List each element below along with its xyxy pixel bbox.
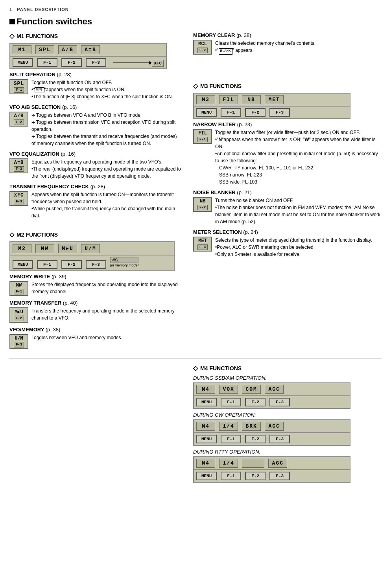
- m4-rtty-btn-f3[interactable]: F-3: [269, 472, 290, 480]
- m4-rtty-display-agc: AGC: [268, 459, 287, 468]
- m4-cw-label: DURING CW OPERATION:: [193, 412, 382, 418]
- memory-transfer-item: MEMORY TRANSFER (p. 40) M▶U F-2 Transfer…: [9, 300, 181, 323]
- m2-section-title: ◇ M2 FUNCTIONS: [9, 231, 181, 238]
- meter-selection-item: METER SELECTION (p. 24) MET F-3 Selects …: [193, 229, 382, 258]
- narrow-filter-title: NARROW FILTER (p. 23): [193, 121, 382, 127]
- m4-ssb-btn-f2[interactable]: F-2: [245, 398, 266, 406]
- nb-icon: NB F-2: [193, 197, 212, 212]
- m4-cw-display-agc: AGC: [265, 422, 284, 431]
- vfo-ab-content: A/B F-2 Toggles between VFO A and VFO B …: [9, 112, 181, 147]
- meter-selection-content: MET F-3 Selects the type of meter displa…: [193, 237, 382, 258]
- vfo-eq-item: VFO EQUALIZATION (p. 16) A=B F-3 Equaliz…: [9, 151, 181, 180]
- m2-btn-f1[interactable]: F-1: [37, 260, 57, 269]
- m1-display-aeqb: A=B: [81, 45, 100, 54]
- tx-freq-check-item: TRANSMIT FREQUENCY CHECK (p. 28) XFC F-3…: [9, 184, 181, 219]
- mw-icon: MW F-1: [9, 281, 28, 296]
- fil-icon: FIL F-1: [193, 129, 212, 144]
- tx-freq-check-content: XFC F-3 Appears when the split function …: [9, 191, 181, 219]
- m4-cw-display-brk: BRK: [242, 422, 261, 431]
- diamond-icon-2: ◇: [9, 231, 14, 238]
- m3-btn-f3[interactable]: F-3: [269, 108, 290, 117]
- m4-cw-btn-f2[interactable]: F-2: [245, 435, 266, 443]
- m2-btn-f2[interactable]: F-2: [61, 260, 82, 269]
- m4-rtty-btn-f1[interactable]: F-1: [221, 472, 241, 480]
- m4-ssb-btn-menu[interactable]: MENU: [196, 398, 217, 406]
- vfo-ab-text: Toggles between VFO A and VFO B in VFO m…: [31, 112, 181, 147]
- m3-btn-f1[interactable]: F-1: [221, 108, 241, 117]
- m4-section-title: ◇ M4 FUNCTIONS: [193, 364, 382, 372]
- section-number: 1: [9, 7, 12, 12]
- narrow-filter-item: NARROW FILTER (p. 23) FIL F-1 Toggles th…: [193, 121, 382, 186]
- blank-badge: BLANK: [219, 48, 232, 55]
- m4-rtty-btn-f2[interactable]: F-2: [245, 472, 266, 480]
- vfo-eq-text: Equalizes the frequency and operating mo…: [31, 158, 181, 180]
- memory-transfer-title: MEMORY TRANSFER (p. 40): [9, 300, 181, 306]
- m4-cw-panel: M4 1/4 BRK AGC MENU: [193, 419, 382, 446]
- narrow-filter-text: Toggles the narrow filter (or wide filte…: [215, 129, 382, 186]
- mu-icon: M▶U F-2: [9, 307, 28, 323]
- m1-panel: M1 SPL A/B A=B MENU: [9, 43, 181, 69]
- m2-btn-menu[interactable]: MENU: [13, 260, 33, 269]
- m2-display-mu: M▶U: [58, 244, 77, 253]
- m3-section-title: ◇ M3 FUNCTIONS: [193, 82, 382, 90]
- vfo-memory-text: Toggles between VFO and memory modes.: [31, 334, 181, 341]
- spacer-1: [193, 59, 382, 82]
- m4-cw-display-14: 1/4: [219, 422, 238, 431]
- m1-display-spl: SPL: [35, 45, 54, 54]
- m3-display-met: MET: [265, 95, 284, 104]
- diamond-icon-3: ◇: [193, 82, 198, 90]
- m3-display-m3: M3: [196, 95, 215, 104]
- divider-1: [9, 225, 181, 225]
- memory-clear-content: MCL F-2 Clears the selected memory chann…: [193, 40, 382, 55]
- memory-write-content: MW F-1 Stores the displayed frequency an…: [9, 281, 181, 296]
- noise-blanker-content: NB F-2 Turns the noise blanker ON and OF…: [193, 197, 382, 225]
- spl-icon: SPL F-1: [9, 79, 28, 94]
- m4-cw-btn-menu[interactable]: MENU: [196, 435, 217, 443]
- m1-btn-f3[interactable]: F-3: [86, 58, 106, 67]
- m4-ssb-btn-f1[interactable]: F-1: [221, 398, 241, 406]
- m4-rtty-label: DURING RTTY OPERATION:: [193, 449, 382, 455]
- m3-btn-menu[interactable]: MENU: [196, 108, 217, 117]
- vfo-memory-content: U/M F-3 Toggles between VFO and memory m…: [9, 334, 181, 349]
- m1-display-ab: A/B: [58, 45, 77, 54]
- ab-icon: A/B F-2: [9, 112, 28, 127]
- vfo-memory-title: VFO/MEMORY (p. 38): [9, 327, 181, 333]
- vfo-ab-item: VFO A/B SELECTION (p. 16) A/B F-2 Toggle…: [9, 104, 181, 147]
- m4-ssb-btn-f3[interactable]: F-3: [269, 398, 290, 406]
- m4-ssb-display-m4: M4: [196, 385, 215, 394]
- m1-arrow-row: XFC: [110, 59, 164, 67]
- arrow-head: [149, 61, 152, 65]
- vfo-memory-item: VFO/MEMORY (p. 38) U/M F-3 Toggles betwe…: [9, 327, 181, 349]
- arrow-line: [113, 62, 149, 63]
- memory-write-item: MEMORY WRITE (p. 39) MW F-1 Stores the d…: [9, 274, 181, 296]
- m3-panel: M3 FIL NB MET MENU: [193, 93, 382, 119]
- m4-rtty-btn-menu[interactable]: MENU: [196, 472, 217, 480]
- tx-freq-check-title: TRANSMIT FREQUENCY CHECK (p. 28): [9, 184, 181, 189]
- m3-display-fil: FIL: [219, 95, 238, 104]
- m1-btn-f2[interactable]: F-2: [61, 58, 82, 67]
- m1-section-title: ◇ M1 FUNCTIONS: [9, 32, 181, 40]
- noise-blanker-text: Turns the noise blanker ON and OFF. •The…: [215, 197, 382, 225]
- left-column: ◇ M1 FUNCTIONS M1 SPL A/B A=B: [9, 32, 189, 353]
- split-operation-title: SPLIT OPERATION (p. 28): [9, 72, 181, 77]
- m4-cw-display-m4: M4: [196, 422, 215, 431]
- function-switches-title: Function switches: [17, 17, 92, 27]
- m4-left-placeholder: [9, 364, 189, 486]
- m4-rtty-display-14: 1/4: [219, 459, 238, 468]
- m1-btn-f1[interactable]: F-1: [37, 58, 57, 67]
- m1-xfc-label: XFC: [152, 60, 164, 67]
- vfo-eq-content: A=B F-3 Equalizes the frequency and oper…: [9, 158, 181, 180]
- m3-btn-f2[interactable]: F-2: [245, 108, 266, 117]
- xfc-icon: XFC F-3: [9, 191, 28, 206]
- diamond-icon-4: ◇: [193, 364, 198, 372]
- m4-cw-btn-f1[interactable]: F-1: [221, 435, 241, 443]
- m2-display-mw: MW: [35, 244, 54, 253]
- m4-cw-btn-f3[interactable]: F-3: [269, 435, 290, 443]
- m4-ssb-display-vox: VOX: [219, 385, 238, 394]
- m2-display-m2: M2: [13, 244, 31, 253]
- diamond-icon: ◇: [9, 32, 14, 40]
- m2-btn-f3[interactable]: F-3: [86, 260, 106, 269]
- m1-btn-menu[interactable]: MENU: [13, 58, 33, 67]
- noise-blanker-title: NOISE BLANKER (p. 21): [193, 189, 382, 195]
- memory-transfer-content: M▶U F-2 Transfers the frequency and oper…: [9, 307, 181, 323]
